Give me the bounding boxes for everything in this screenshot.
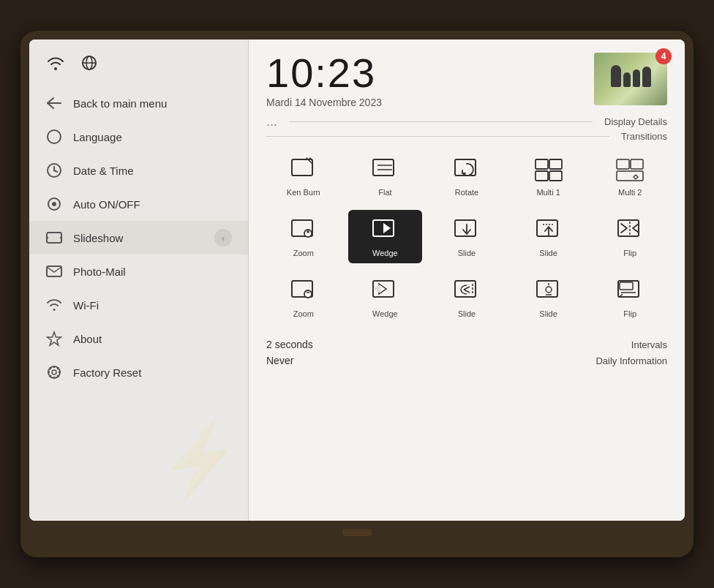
slideright-label: Slide <box>539 309 557 318</box>
photomail-icon <box>45 263 63 280</box>
multi1-label: Multi 1 <box>536 188 560 197</box>
display-details-label[interactable]: Display Details <box>604 116 667 127</box>
rotate-icon <box>449 155 484 184</box>
sidebar-menu: Back to main menu Language <box>29 86 248 513</box>
svg-rect-24 <box>292 159 312 176</box>
sidebar: Back to main menu Language <box>29 39 249 521</box>
svg-rect-49 <box>618 220 639 236</box>
svg-rect-63 <box>620 282 633 290</box>
intervals-right: Intervals <box>615 339 667 350</box>
wifi-icon[interactable] <box>45 53 66 73</box>
slideright-icon <box>531 276 566 306</box>
bottom-section: 2 seconds Intervals Never Daily Informat… <box>266 339 667 366</box>
transition-wedge2[interactable]: Wedge <box>348 271 423 324</box>
clock-section: 10:23 Mardi 14 Novembre 2023 <box>266 53 382 108</box>
daily-info-label[interactable]: Daily Information <box>595 355 667 366</box>
autoonoff-label: Auto ON/OFF <box>73 198 140 211</box>
back-label: Back to main menu <box>73 97 167 110</box>
sidebar-item-wifi[interactable]: Wi-Fi <box>29 288 248 322</box>
sidebar-top-icons <box>29 53 248 86</box>
svg-rect-13 <box>47 266 61 276</box>
autoonoff-icon <box>45 195 63 213</box>
zoomout-icon <box>286 276 321 306</box>
transition-multi2[interactable]: Multi 2 <box>593 149 667 203</box>
svg-line-7 <box>54 170 57 172</box>
multi1-icon <box>531 155 566 184</box>
datetime-icon <box>45 162 63 179</box>
transition-wedge[interactable]: Wedge <box>348 210 423 263</box>
sidebar-item-language[interactable]: Language <box>29 120 248 154</box>
zoomin-icon <box>286 216 321 245</box>
clock-date: Mardi 14 Novembre 2023 <box>266 97 382 108</box>
transitions-label: Transitions <box>621 131 667 142</box>
transition-fliph[interactable]: Flip <box>593 210 667 263</box>
intervals-row: 2 seconds Intervals <box>266 339 667 350</box>
globe-icon[interactable] <box>79 53 99 73</box>
sidebar-item-slideshow[interactable]: Slideshow ‹ <box>29 221 248 255</box>
svg-rect-36 <box>617 159 629 169</box>
svg-rect-32 <box>536 159 548 169</box>
flat-label: Flat <box>378 188 391 197</box>
photo-silhouettes <box>611 65 651 93</box>
transitions-row: Transitions <box>266 131 667 142</box>
svg-line-57 <box>464 290 470 293</box>
divider2 <box>266 136 609 137</box>
svg-point-9 <box>52 202 56 206</box>
slidedown-icon <box>449 216 484 245</box>
display-details-row: ... Display Details <box>266 114 667 129</box>
main-content: 10:23 Mardi 14 Novembre 2023 <box>249 39 685 521</box>
svg-point-52 <box>304 290 312 298</box>
sidebar-item-photomail[interactable]: Photo-Mail <box>29 255 248 288</box>
intervals-label[interactable]: Intervals <box>631 339 667 350</box>
back-icon <box>45 94 63 112</box>
svg-rect-62 <box>618 281 639 297</box>
fliph-label: Flip <box>623 249 636 257</box>
photo-thumbnail-container[interactable]: 4 <box>594 53 667 105</box>
clock-time: 10:23 <box>266 53 376 94</box>
svg-point-15 <box>52 370 56 374</box>
datetime-label: Date & Time <box>73 165 134 177</box>
wifi-label: Wi-Fi <box>73 299 99 312</box>
sidebar-item-autoonoff[interactable]: Auto ON/OFF <box>29 187 248 221</box>
slidedown-label: Slide <box>458 249 476 257</box>
transition-slide-up[interactable]: Slide <box>511 210 586 263</box>
flat-icon <box>367 155 402 184</box>
transition-multi1[interactable]: Multi 1 <box>511 149 586 203</box>
interval-value: 2 seconds <box>266 339 313 350</box>
sidebar-item-back[interactable]: Back to main menu <box>29 86 248 120</box>
sidebar-item-about[interactable]: About <box>29 322 248 355</box>
transition-slide-left[interactable]: Slide <box>429 271 504 324</box>
svg-rect-33 <box>549 159 562 169</box>
wifi-menu-icon <box>45 296 63 314</box>
fliph-icon <box>612 216 647 245</box>
wedge2-icon <box>367 276 402 306</box>
transition-zoomout[interactable]: Zoom <box>266 271 341 324</box>
sidebar-item-factory[interactable]: Factory Reset <box>29 355 248 389</box>
svg-rect-28 <box>373 159 394 176</box>
photo-badge: 4 <box>655 48 672 64</box>
flipv-icon <box>612 276 647 306</box>
sidebar-item-datetime[interactable]: Date & Time <box>29 154 248 187</box>
svg-rect-10 <box>47 233 61 243</box>
svg-rect-37 <box>631 159 643 169</box>
slideshow-label: Slideshow <box>73 232 123 244</box>
slideleft-icon <box>449 276 484 306</box>
svg-point-4 <box>48 130 61 143</box>
zoomin-label: Zoom <box>293 249 314 257</box>
zoomout-label: Zoom <box>293 309 314 318</box>
language-label: Language <box>73 131 122 143</box>
home-button[interactable] <box>342 529 372 536</box>
transition-flipv[interactable]: Flip <box>593 271 667 324</box>
screen: Back to main menu Language <box>29 39 685 521</box>
transition-zoomin[interactable]: Zoom <box>266 210 341 263</box>
transition-slide-right[interactable]: Slide <box>511 271 586 324</box>
factory-icon <box>45 363 63 381</box>
transition-rotate[interactable]: Rotate <box>429 149 504 203</box>
chevron-icon: ‹ <box>214 229 232 246</box>
divider1 <box>289 121 593 122</box>
transition-slide-down[interactable]: Slide <box>429 210 504 263</box>
language-icon <box>45 128 63 146</box>
transition-kenburn[interactable]: Ken Burn <box>266 149 341 203</box>
transition-flat[interactable]: Flat <box>348 149 423 203</box>
slideleft-label: Slide <box>458 309 476 318</box>
